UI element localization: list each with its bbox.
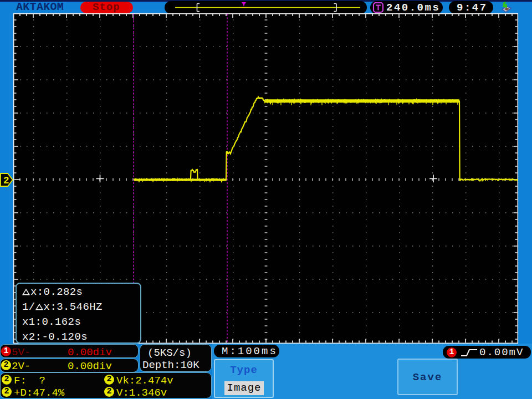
svg-text:2: 2 [3,175,9,186]
